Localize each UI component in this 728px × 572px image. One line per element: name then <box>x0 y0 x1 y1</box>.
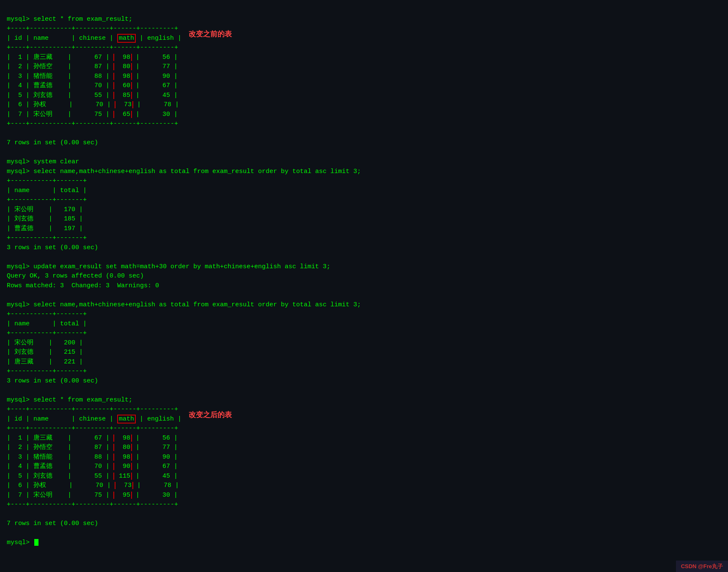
table1-rowcount-text: 7 rows in set (0.00 sec) <box>7 139 98 146</box>
query1-line: mysql> select * from exam_result; <box>7 16 132 23</box>
footer-bar: CSDN @Fre丸子 <box>676 561 728 572</box>
table1-row2: | 2 | 孙悟空 | 87 | 80 | 77 | <box>7 63 178 70</box>
table1-header: | id | name | chinese | math | english | <box>7 34 181 43</box>
table4-rowcount: 7 rows in set (0.00 sec) mysql> <box>7 510 721 548</box>
table4-content: +----+-----------+---------+------+-----… <box>7 405 721 510</box>
table4-row3: | 3 | 猪悟能 | 88 | 98 | 90 | <box>7 454 178 461</box>
table4-row4: | 4 | 曹孟德 | 70 | 90 | 67 | <box>7 463 178 470</box>
table4-row7: | 7 | 宋公明 | 75 | 95 | 30 | <box>7 492 178 499</box>
annotation-before-table: 改变之前的表 <box>189 29 232 40</box>
table2-row2: | 刘玄德 | 185 | <box>7 215 83 223</box>
terminal-output: mysql> select * from exam_result; <box>7 5 721 24</box>
footer-brand: CSDN @Fre丸子 <box>681 563 723 569</box>
table1-row6: | 6 | 孙权 | 70 | 73 | 78 | <box>7 101 179 108</box>
table1-content: +----+-----------+---------+------+-----… <box>7 24 721 129</box>
table2-header: | name | total | <box>7 187 87 194</box>
query3-ok-line: Query OK, 3 rows affected (0.00 sec) <box>7 272 144 280</box>
table2-sep3: +-----------+-------+ <box>7 234 87 242</box>
query2-line: mysql> select name,math+chinese+english … <box>7 168 361 175</box>
table1-block: +----+-----------+---------+------+-----… <box>7 24 721 129</box>
table1-row3: | 3 | 猪悟能 | 88 | 98 | 90 | <box>7 73 178 80</box>
table4-row5: | 5 | 刘玄德 | 55 | 115 | 45 | <box>7 473 178 480</box>
table1-sep1: +----+-----------+---------+------+-----… <box>7 25 178 32</box>
table1-rowcount: 7 rows in set (0.00 sec) mysql> system c… <box>7 129 721 177</box>
table3-row3: | 唐三藏 | 221 | <box>7 358 83 366</box>
table4-block: +----+-----------+---------+------+-----… <box>7 405 721 510</box>
table4-rowcount-text: 7 rows in set (0.00 sec) <box>7 520 98 527</box>
table1-row5: | 5 | 刘玄德 | 55 | 85 | 45 | <box>7 92 178 99</box>
table2-row3: | 曹孟德 | 197 | <box>7 225 83 232</box>
table1-sep3: +----+-----------+---------+------+-----… <box>7 120 178 127</box>
cursor-block <box>34 539 38 546</box>
query4-line: mysql> select name,math+chinese+english … <box>7 301 361 308</box>
table2-sep1: +-----------+-------+ <box>7 177 87 184</box>
query3-line: mysql> update exam_result set math=math+… <box>7 263 330 270</box>
sysclear-line: mysql> system clear <box>7 158 79 165</box>
table1-sep2: +----+-----------+---------+------+-----… <box>7 44 178 51</box>
table3-sep1: +-----------+-------+ <box>7 311 87 318</box>
query3-rows-line: Rows matched: 3 Changed: 3 Warnings: 0 <box>7 282 159 289</box>
table2-rowcount: 3 rows in set (0.00 sec) <box>7 244 98 251</box>
table3-content: +-----------+-------+ | name | total | +… <box>7 310 721 405</box>
table3-sep3: +-----------+-------+ <box>7 368 87 375</box>
table3-row1: | 宋公明 | 200 | <box>7 339 83 346</box>
table3-rowcount: 3 rows in set (0.00 sec) <box>7 377 98 385</box>
table4-row6: | 6 | 孙权 | 70 | 73 | 78 | <box>7 482 179 489</box>
table3-row2: | 刘玄德 | 215 | <box>7 349 83 356</box>
table4-row1: | 1 | 唐三藏 | 67 | 98 | 56 | <box>7 434 178 442</box>
table2-sep2: +-----------+-------+ <box>7 196 87 204</box>
table1-row1: | 1 | 唐三藏 | 67 | 98 | 56 | <box>7 54 178 61</box>
table2-row1: | 宋公明 | 170 | <box>7 206 83 213</box>
table3-sep2: +-----------+-------+ <box>7 330 87 337</box>
table4-row2: | 2 | 孙悟空 | 87 | 80 | 77 | <box>7 444 178 451</box>
table2-content: +-----------+-------+ | name | total | +… <box>7 176 721 310</box>
final-prompt: mysql> <box>7 539 38 546</box>
table4-sep1: +----+-----------+---------+------+-----… <box>7 406 178 413</box>
table4-header: | id | name | chinese | math | english | <box>7 415 181 424</box>
query5-line: mysql> select * from exam_result; <box>7 396 132 404</box>
table3-header: | name | total | <box>7 320 87 327</box>
table4-sep3: +----+-----------+---------+------+-----… <box>7 501 178 508</box>
annotation-after-table: 改变之后的表 <box>189 410 232 421</box>
table1-row4: | 4 | 曹孟德 | 70 | 60 | 67 | <box>7 82 178 89</box>
table4-sep2: +----+-----------+---------+------+-----… <box>7 425 178 432</box>
table1-row7: | 7 | 宋公明 | 75 | 65 | 30 | <box>7 111 178 118</box>
